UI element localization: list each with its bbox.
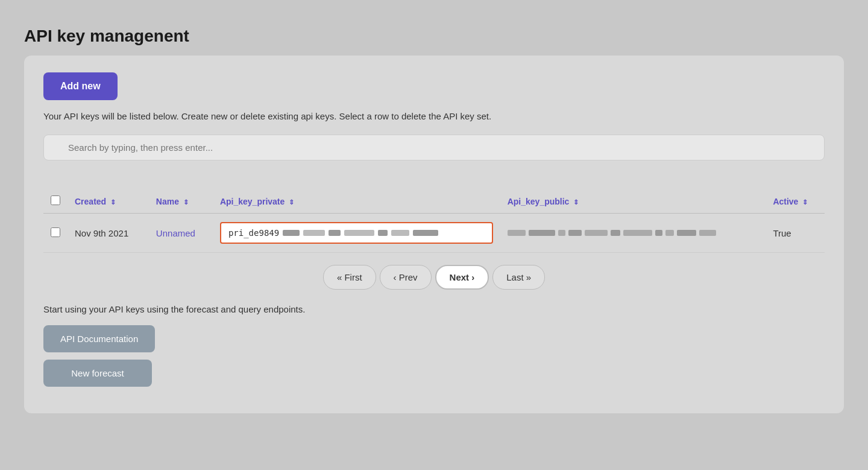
col-name[interactable]: Name ⇕ (149, 189, 213, 214)
pub-blur-10 (677, 230, 696, 236)
pub-blur-1 (508, 230, 526, 236)
search-input[interactable] (43, 135, 825, 160)
row-created: Nov 9th 2021 (68, 214, 149, 253)
row-name: Unnamed (149, 214, 213, 253)
api-key-public-value (508, 230, 759, 236)
next-page-button[interactable]: Next › (435, 265, 489, 290)
pub-blur-2 (529, 230, 555, 236)
prev-page-button[interactable]: ‹ Prev (380, 265, 432, 290)
search-wrapper: ⚲ (43, 135, 825, 175)
api-documentation-button[interactable]: API Documentation (43, 325, 155, 352)
key-blur-4 (344, 230, 374, 236)
col-api-key-private[interactable]: Api_key_private ⇕ (213, 189, 500, 214)
table-row[interactable]: Nov 9th 2021 Unnamed pri_de9849 (43, 214, 825, 253)
key-blur-3 (329, 230, 341, 236)
bottom-description: Start using your API keys using the fore… (43, 304, 825, 314)
pub-blur-4 (568, 230, 582, 236)
col-created[interactable]: Created ⇕ (68, 189, 149, 214)
pub-blur-5 (585, 230, 608, 236)
row-private-key-cell: pri_de9849 (213, 214, 500, 253)
sort-arrow-private: ⇕ (289, 198, 294, 206)
new-forecast-button[interactable]: New forecast (43, 360, 152, 387)
description-text: Your API keys will be listed below. Crea… (43, 111, 825, 121)
page-title: API key managenent (24, 27, 844, 46)
api-keys-table: Created ⇕ Name ⇕ Api_key_private ⇕ Api_k… (43, 189, 825, 253)
add-new-button[interactable]: Add new (43, 72, 118, 100)
key-blur-7 (413, 230, 438, 236)
key-blur-6 (391, 230, 409, 236)
key-blur-2 (303, 230, 325, 236)
row-checkbox-cell (43, 214, 68, 253)
key-prefix-text: pri_de9849 (228, 228, 279, 238)
row-name-link[interactable]: Unnamed (156, 228, 195, 238)
pub-blur-8 (655, 230, 662, 236)
first-page-button[interactable]: « First (323, 265, 376, 290)
key-blur-5 (378, 230, 388, 236)
pub-blur-3 (558, 230, 565, 236)
last-page-button[interactable]: Last » (492, 265, 545, 290)
pub-blur-7 (623, 230, 652, 236)
sort-arrow-active: ⇕ (802, 198, 808, 206)
row-active: True (766, 214, 825, 253)
pub-blur-11 (699, 230, 716, 236)
sort-arrow-public: ⇕ (573, 198, 579, 206)
pub-blur-9 (665, 230, 674, 236)
sort-arrow-name: ⇕ (183, 198, 189, 206)
pagination: « First ‹ Prev Next › Last » (43, 265, 825, 290)
col-api-key-public[interactable]: Api_key_public ⇕ (500, 189, 766, 214)
api-key-private-value: pri_de9849 (220, 222, 493, 244)
row-checkbox[interactable] (51, 227, 60, 237)
sort-arrow-created: ⇕ (110, 198, 116, 206)
col-active[interactable]: Active ⇕ (766, 189, 825, 214)
main-card: Add new Your API keys will be listed bel… (24, 56, 844, 413)
key-blur-1 (283, 230, 300, 236)
pub-blur-6 (611, 230, 620, 236)
select-all-header (43, 189, 68, 214)
select-all-checkbox[interactable] (51, 195, 60, 205)
row-public-key-cell (500, 214, 766, 253)
